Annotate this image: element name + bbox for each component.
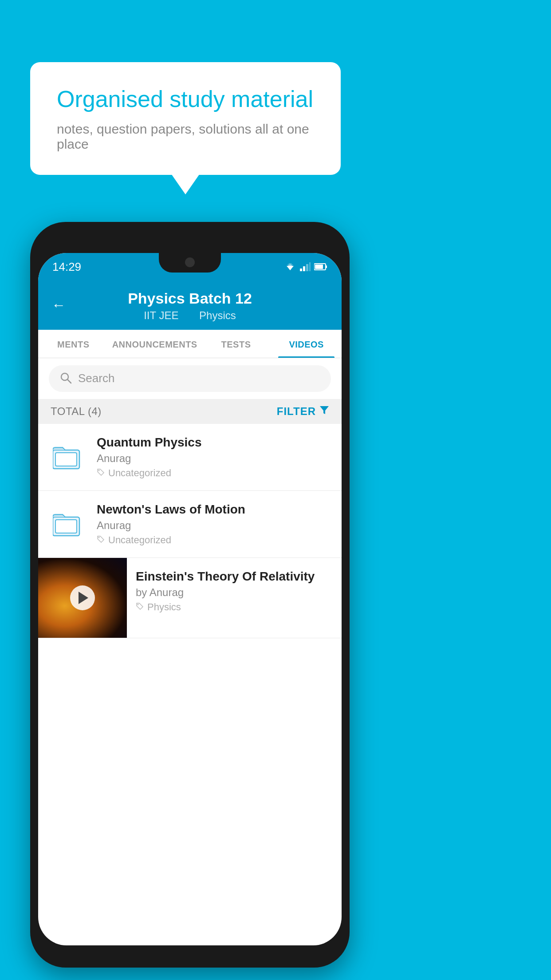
filter-button[interactable]: FILTER [277, 405, 329, 418]
video-tag: Physics [136, 601, 333, 613]
speech-bubble-container: Organised study material notes, question… [30, 62, 341, 175]
tab-videos[interactable]: VIDEOS [271, 330, 342, 358]
tabs-bar: MENTS ANNOUNCEMENTS TESTS VIDEOS [38, 330, 342, 358]
battery-icon [314, 263, 327, 271]
page-title: Physics Batch 12 [52, 289, 327, 308]
play-triangle-icon [79, 592, 88, 604]
video-info: Quantum Physics Anurag Uncategorized [97, 435, 329, 479]
video-author: Anurag [97, 452, 329, 465]
speech-bubble: Organised study material notes, question… [30, 62, 341, 175]
video-info: Einstein's Theory Of Relativity by Anura… [127, 558, 342, 622]
tag-icon [136, 601, 144, 613]
svg-rect-5 [306, 264, 308, 271]
tag-icon [97, 534, 105, 546]
subtitle-physics: Physics [199, 309, 236, 321]
filter-bar: TOTAL (4) FILTER [38, 399, 342, 424]
tab-ments[interactable]: MENTS [38, 330, 109, 358]
play-button[interactable] [70, 585, 95, 610]
video-author: Anurag [97, 519, 329, 532]
list-item[interactable]: Newton's Laws of Motion Anurag Uncategor… [38, 491, 342, 558]
phone-notch [159, 253, 221, 273]
speech-bubble-subtitle: notes, question papers, solutions all at… [57, 122, 314, 152]
total-count: TOTAL (4) [51, 405, 102, 418]
subtitle-iit: IIT JEE [144, 309, 178, 321]
tag-label: Uncategorized [108, 534, 171, 546]
front-camera [185, 257, 195, 267]
tag-label: Physics [147, 601, 181, 613]
app-header: ← Physics Batch 12 IIT JEE Physics [38, 281, 342, 330]
svg-rect-14 [55, 453, 77, 466]
svg-point-18 [98, 537, 100, 538]
video-list: Quantum Physics Anurag Uncategorized [38, 424, 342, 638]
svg-rect-17 [55, 520, 77, 533]
speech-bubble-title: Organised study material [57, 85, 314, 113]
video-title: Einstein's Theory Of Relativity [136, 569, 333, 584]
video-thumbnail [38, 558, 127, 638]
tab-announcements[interactable]: ANNOUNCEMENTS [109, 330, 201, 358]
svg-rect-3 [300, 269, 302, 271]
video-title: Newton's Laws of Motion [97, 502, 329, 517]
filter-funnel-icon [319, 405, 329, 418]
svg-marker-12 [320, 406, 329, 414]
phone-wrapper: 14:29 [30, 222, 350, 968]
video-tag: Uncategorized [97, 534, 329, 546]
tab-tests[interactable]: TESTS [201, 330, 272, 358]
signal-icon [300, 262, 311, 271]
tag-icon [97, 467, 105, 479]
svg-rect-6 [309, 262, 311, 271]
filter-label: FILTER [277, 405, 316, 418]
svg-rect-4 [303, 266, 305, 271]
video-author: by Anurag [136, 586, 333, 599]
folder-icon-wrap [51, 506, 86, 542]
video-tag: Uncategorized [97, 467, 329, 479]
svg-point-15 [98, 470, 100, 471]
list-item[interactable]: Einstein's Theory Of Relativity by Anura… [38, 558, 342, 638]
video-info: Newton's Laws of Motion Anurag Uncategor… [97, 502, 329, 546]
status-icons [284, 262, 327, 271]
search-container: Search [38, 358, 342, 399]
back-button[interactable]: ← [51, 297, 66, 313]
list-item[interactable]: Quantum Physics Anurag Uncategorized [38, 424, 342, 491]
wifi-icon [284, 262, 296, 271]
folder-icon [53, 511, 84, 537]
search-icon [59, 371, 72, 386]
phone-screen: 14:29 [38, 253, 342, 945]
svg-rect-8 [326, 265, 327, 268]
video-title: Quantum Physics [97, 435, 329, 450]
header-subtitle: IIT JEE Physics [52, 309, 327, 322]
svg-rect-9 [315, 265, 323, 269]
status-time: 14:29 [52, 260, 81, 274]
folder-icon-wrap [51, 439, 86, 475]
phone-outer: 14:29 [30, 222, 350, 968]
search-input-wrapper[interactable]: Search [49, 365, 331, 392]
folder-icon [53, 444, 84, 470]
svg-line-11 [67, 379, 71, 383]
search-placeholder: Search [78, 371, 114, 385]
svg-point-19 [138, 604, 139, 605]
tag-label: Uncategorized [108, 467, 171, 479]
